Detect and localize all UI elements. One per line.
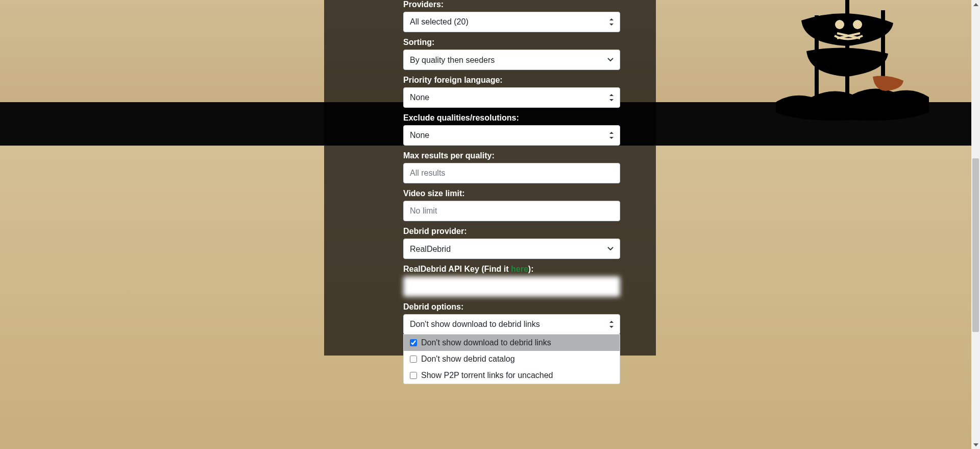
api-key-input[interactable] [403, 276, 620, 297]
vertical-scrollbar[interactable] [971, 0, 980, 449]
exclude-qualities-group: Exclude qualities/resolutions: None [403, 113, 620, 146]
debrid-option-checkbox[interactable] [410, 372, 417, 379]
api-key-label: RealDebrid API Key (Find it here): [403, 265, 620, 274]
debrid-option-label: Show P2P torrent links for uncached [421, 371, 553, 380]
exclude-qualities-value: None [410, 131, 429, 140]
video-size-input[interactable] [403, 201, 620, 221]
sorting-select[interactable]: By quality then seeders [403, 50, 620, 70]
caret-updown-icon [609, 18, 614, 26]
video-size-group: Video size limit: [403, 189, 620, 221]
priority-language-group: Priority foreign language: None [403, 76, 620, 108]
debrid-options-value: Don't show download to debrid links [410, 320, 540, 329]
sorting-group: Sorting: By quality then seeders [403, 38, 620, 70]
debrid-option-item[interactable]: Show P2P torrent links for uncached [404, 367, 620, 384]
providers-select[interactable]: All selected (20) [403, 12, 620, 32]
providers-label: Providers: [403, 0, 620, 9]
max-results-group: Max results per quality: [403, 151, 620, 183]
priority-language-label: Priority foreign language: [403, 76, 620, 85]
api-key-group: RealDebrid API Key (Find it here): [403, 265, 620, 297]
debrid-option-label: Don't show debrid catalog [421, 355, 515, 364]
debrid-provider-label: Debrid provider: [403, 227, 620, 236]
settings-panel: Providers: All selected (20) Sorting: By… [324, 0, 656, 356]
priority-language-value: None [410, 93, 429, 102]
priority-language-select[interactable]: None [403, 87, 620, 108]
caret-updown-icon [609, 94, 614, 101]
debrid-option-item[interactable]: Don't show debrid catalog [404, 351, 620, 367]
caret-updown-icon [609, 321, 614, 328]
api-key-here-link[interactable]: here [511, 265, 528, 273]
providers-group: Providers: All selected (20) [403, 0, 620, 32]
scrollbar-thumb[interactable] [972, 158, 979, 332]
providers-value: All selected (20) [410, 17, 469, 27]
debrid-option-checkbox[interactable] [410, 356, 417, 363]
debrid-options-dropdown: Don't show download to debrid links Don'… [403, 334, 620, 384]
debrid-provider-select[interactable]: RealDebrid [403, 239, 620, 259]
api-key-label-suffix: ): [528, 265, 534, 273]
sorting-label: Sorting: [403, 38, 620, 47]
video-size-label: Video size limit: [403, 189, 620, 198]
debrid-option-checkbox[interactable] [410, 339, 417, 346]
exclude-qualities-label: Exclude qualities/resolutions: [403, 113, 620, 123]
caret-updown-icon [609, 132, 614, 139]
exclude-qualities-select[interactable]: None [403, 125, 620, 146]
max-results-input[interactable] [403, 163, 620, 183]
api-key-label-prefix: RealDebrid API Key (Find it [403, 265, 511, 273]
max-results-label: Max results per quality: [403, 151, 620, 160]
debrid-options-group: Debrid options: Don't show download to d… [403, 302, 620, 335]
debrid-provider-group: Debrid provider: RealDebrid [403, 227, 620, 259]
debrid-options-label: Debrid options: [403, 302, 620, 312]
scrollbar-up-arrow-icon[interactable] [971, 0, 980, 9]
debrid-option-label: Don't show download to debrid links [421, 338, 551, 347]
scrollbar-down-arrow-icon[interactable] [971, 440, 980, 449]
debrid-options-select[interactable]: Don't show download to debrid links [403, 314, 620, 335]
debrid-option-item[interactable]: Don't show download to debrid links [404, 335, 620, 351]
